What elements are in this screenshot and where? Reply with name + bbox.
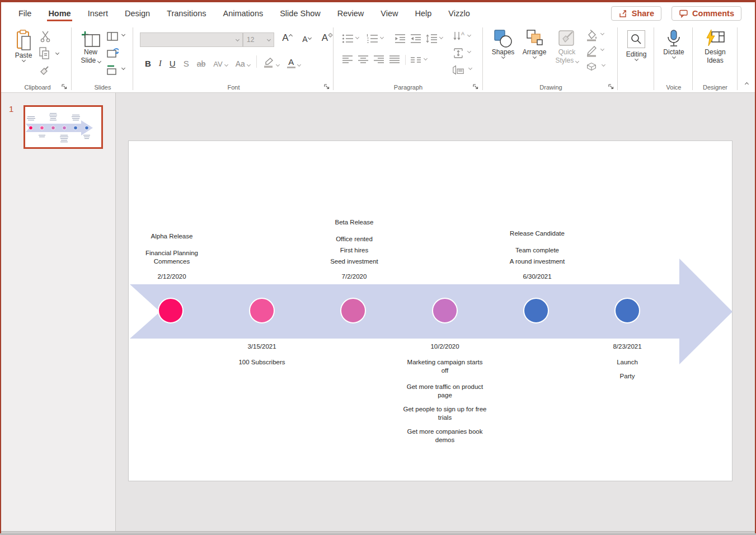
milestone-dot-5[interactable] bbox=[523, 298, 549, 323]
section-button[interactable] bbox=[106, 64, 119, 76]
tab-animations[interactable]: Animations bbox=[214, 3, 271, 24]
bullets-dropdown-chevron[interactable] bbox=[355, 35, 359, 39]
font-color-button[interactable]: A bbox=[283, 55, 304, 68]
milestone-dot-4[interactable] bbox=[432, 298, 458, 323]
milestone-label-1[interactable]: Alpha Release Financial Planning Commenc… bbox=[110, 232, 233, 281]
shrink-font-button[interactable]: A bbox=[299, 33, 314, 45]
shape-outline-dropdown-chevron[interactable] bbox=[600, 47, 604, 51]
tab-review[interactable]: Review bbox=[329, 3, 373, 24]
dictate-button[interactable]: Dictate bbox=[660, 29, 687, 58]
reset-slide-button[interactable] bbox=[106, 47, 119, 59]
align-center-button[interactable] bbox=[357, 54, 369, 66]
increase-indent-icon bbox=[410, 33, 422, 44]
drawing-dialog-launcher[interactable] bbox=[608, 83, 614, 90]
milestone-dot-3[interactable] bbox=[340, 298, 366, 323]
milestone-label-3[interactable]: Beta Release Office rented First hires S… bbox=[293, 218, 416, 281]
font-dialog-launcher[interactable] bbox=[323, 83, 330, 90]
text-shadow-button[interactable]: S bbox=[180, 55, 193, 68]
change-case-button[interactable]: Aa bbox=[232, 55, 254, 68]
bullets-button[interactable] bbox=[341, 32, 354, 45]
milestone-label-4[interactable]: 10/2/2020 Marketing campaign starts off … bbox=[403, 342, 487, 450]
tab-insert[interactable]: Insert bbox=[79, 3, 116, 24]
font-size-value: 12 bbox=[247, 36, 254, 44]
text-direction-dropdown-chevron[interactable] bbox=[467, 33, 471, 37]
numbering-icon bbox=[366, 33, 378, 44]
collapse-ribbon-chevron[interactable] bbox=[745, 82, 749, 86]
tab-view[interactable]: View bbox=[372, 3, 406, 24]
clipboard-dialog-launcher[interactable] bbox=[61, 83, 68, 90]
tab-design[interactable]: Design bbox=[116, 3, 158, 24]
milestone-dot-1[interactable] bbox=[158, 298, 184, 323]
quick-styles-button[interactable]: Quick Styles bbox=[551, 29, 583, 65]
italic-button[interactable]: I bbox=[155, 55, 166, 68]
columns-button[interactable] bbox=[410, 55, 422, 67]
paste-dropdown-chevron[interactable] bbox=[21, 58, 25, 62]
convert-smartart-icon bbox=[452, 64, 464, 76]
shape-effects-button[interactable] bbox=[585, 60, 598, 73]
copy-button[interactable] bbox=[38, 47, 50, 59]
tab-home[interactable]: Home bbox=[40, 3, 79, 24]
columns-dropdown-chevron[interactable] bbox=[424, 57, 428, 60]
reset-slide-icon bbox=[106, 48, 119, 59]
shape-outline-icon bbox=[585, 45, 598, 57]
slide-canvas[interactable]: Alpha Release Financial Planning Commenc… bbox=[128, 140, 732, 481]
paste-button[interactable]: Paste bbox=[11, 29, 36, 62]
character-spacing-button[interactable]: AV bbox=[209, 55, 231, 68]
tab-file[interactable]: File bbox=[10, 3, 40, 24]
slide-layout-button[interactable] bbox=[106, 30, 119, 43]
milestone-label-5[interactable]: Release Candidate Team complete A round … bbox=[476, 229, 599, 281]
shape-fill-button[interactable] bbox=[585, 29, 598, 41]
line-spacing-button[interactable] bbox=[425, 32, 438, 45]
text-direction-button[interactable]: A bbox=[452, 30, 464, 43]
tab-transitions[interactable]: Transitions bbox=[158, 3, 214, 24]
share-button[interactable]: Share bbox=[611, 6, 661, 21]
justify-button[interactable] bbox=[388, 54, 401, 66]
align-left-button[interactable] bbox=[341, 54, 354, 66]
ribbon: Paste bbox=[1, 25, 755, 93]
milestone-label-2[interactable]: 3/15/2021 100 Subscribers bbox=[220, 342, 304, 372]
shape-outline-button[interactable] bbox=[585, 45, 598, 57]
shape-fill-dropdown-chevron[interactable] bbox=[600, 31, 604, 35]
slide-thumbnail[interactable] bbox=[24, 105, 103, 149]
font-name-combobox[interactable] bbox=[140, 32, 243, 47]
numbering-button[interactable] bbox=[366, 32, 378, 45]
editing-button[interactable]: Editing bbox=[623, 30, 650, 60]
shape-effects-dropdown-chevron[interactable] bbox=[602, 63, 605, 67]
milestone-dot-2[interactable] bbox=[249, 298, 275, 323]
font-size-combobox[interactable]: 12 bbox=[243, 32, 274, 47]
section-dropdown-chevron[interactable] bbox=[121, 66, 125, 70]
layout-dropdown-chevron[interactable] bbox=[121, 32, 125, 36]
align-right-button[interactable] bbox=[373, 54, 385, 66]
format-painter-button[interactable] bbox=[39, 65, 51, 77]
slide-number: 1 bbox=[9, 104, 13, 114]
convert-smartart-button[interactable] bbox=[452, 64, 464, 76]
align-text-button[interactable] bbox=[452, 47, 464, 59]
align-text-dropdown-chevron[interactable] bbox=[467, 49, 471, 53]
decrease-indent-button[interactable] bbox=[394, 32, 406, 45]
tab-slide-show[interactable]: Slide Show bbox=[271, 3, 329, 24]
milestone-date-2: 3/15/2021 bbox=[220, 342, 304, 351]
numbering-dropdown-chevron[interactable] bbox=[380, 35, 384, 39]
tab-vizzlo[interactable]: Vizzlo bbox=[440, 3, 478, 24]
arrange-button[interactable]: Arrange bbox=[519, 29, 550, 58]
bold-button[interactable]: B bbox=[141, 55, 155, 68]
copy-dropdown-chevron[interactable] bbox=[55, 51, 59, 55]
smartart-dropdown-chevron[interactable] bbox=[468, 66, 472, 70]
grow-font-button[interactable]: A bbox=[279, 32, 295, 44]
new-slide-button[interactable]: New Slide bbox=[77, 30, 104, 65]
milestone-dot-6[interactable] bbox=[614, 298, 640, 323]
shapes-button[interactable]: Shapes bbox=[488, 29, 518, 58]
milestone-label-6[interactable]: 8/23/2021 Launch Party bbox=[585, 342, 669, 386]
strikethrough-button[interactable]: ab bbox=[193, 55, 210, 68]
design-ideas-button[interactable]: Design Ideas bbox=[699, 29, 731, 65]
increase-indent-button[interactable] bbox=[410, 32, 422, 45]
tab-help[interactable]: Help bbox=[406, 3, 440, 24]
editing-search-icon bbox=[627, 30, 645, 48]
line-spacing-dropdown-chevron[interactable] bbox=[439, 35, 443, 39]
cut-button[interactable] bbox=[39, 30, 51, 43]
underline-button[interactable]: U bbox=[166, 55, 180, 68]
thumbnail-preview bbox=[25, 107, 101, 147]
paragraph-dialog-launcher[interactable] bbox=[472, 83, 479, 90]
comments-button[interactable]: Comments bbox=[672, 6, 741, 21]
highlight-color-button[interactable] bbox=[259, 55, 283, 68]
